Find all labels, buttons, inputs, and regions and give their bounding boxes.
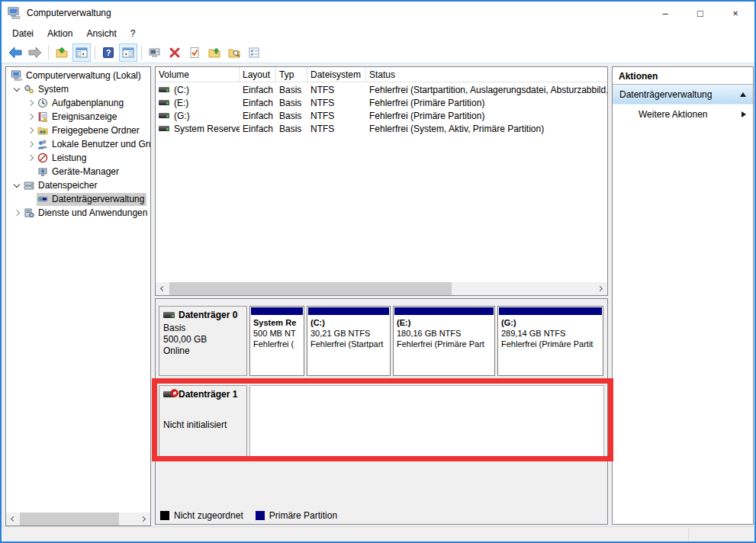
actions-group-label: Datenträgerverwaltung [619,89,712,100]
volume-dateisystem: NTFS [307,98,366,108]
chevron-right-icon[interactable] [11,207,23,219]
volume-typ: Basis [276,124,307,134]
tree-item-leistung[interactable]: Leistung [6,151,150,165]
chevron-down-icon[interactable] [11,83,23,95]
tree-item-geraete-manager[interactable]: Geräte-Manager [6,165,150,178]
submenu-arrow-icon[interactable] [742,111,746,117]
disk-name: Datenträger 1 [179,389,237,400]
tree-item-datentraegerverwaltung[interactable]: Datenträgerverwaltung [6,192,150,206]
column-header-dateisystem[interactable]: Dateisystem [307,67,366,82]
local-users-icon [37,139,48,149]
partition-e[interactable]: (E:) 180,16 GB NTFS Fehlerfrei (Primäre … [393,306,495,376]
volume-status: Fehlerfrei (System, Aktiv, Primäre Parti… [366,124,607,134]
title-bar: Computerverwaltung – □ × [2,2,754,24]
chevron-right-icon[interactable] [24,97,37,109]
minimize-button[interactable]: – [648,2,683,24]
chevron-right-icon[interactable] [24,138,37,150]
volume-icon [159,113,169,118]
chevron-right-icon[interactable] [24,111,37,123]
disk-icon [163,312,175,318]
volume-icon [159,100,169,105]
partition-g[interactable]: (G:) 289,14 GB NTFS Fehlerfrei (Primäre … [497,306,603,376]
checklist-icon[interactable] [245,43,263,62]
scrollbar-thumb[interactable] [20,512,119,525]
partition-status: Fehlerfrei (Primäre Part [397,339,491,349]
column-header-layout[interactable]: Layout [240,67,276,82]
column-header-typ[interactable]: Typ [276,67,307,82]
scroll-right-arrow-icon[interactable] [137,512,150,525]
menu-datei[interactable]: Datei [5,26,40,41]
console-window-icon[interactable] [146,43,164,62]
show-console-tree-icon[interactable] [72,43,91,62]
tree-item-aufgabenplanung[interactable]: Aufgabenplanung [6,96,150,110]
chevron-down-icon[interactable] [11,179,23,191]
column-header-volume[interactable]: Volume [156,67,240,82]
tree-item-label: Lokale Benutzer und Gru [52,139,150,149]
volume-status: Fehlerfrei (Startpartition, Auslagerungs… [366,85,607,95]
tree-horizontal-scrollbar[interactable] [6,512,150,525]
chevron-right-icon[interactable] [24,124,37,137]
volume-name: (C:) [174,85,189,95]
tree-item-datenspeicher[interactable]: Datenspeicher [6,178,150,192]
menu-ansicht[interactable]: Ansicht [79,26,123,41]
scroll-right-arrow-icon[interactable] [594,282,607,295]
volume-name: System Reserved [174,124,240,134]
volume-layout: Einfach [240,111,276,121]
actions-item-weitere-aktionen[interactable]: Weitere Aktionen [613,104,753,124]
search-folder-icon[interactable] [225,43,243,62]
primary-partition-swatch [256,511,265,520]
tree-item-label: Computerverwaltung (Lokal) [26,70,141,81]
tree-item-freigegebene-ordner[interactable]: Freigegebene Ordner [6,124,150,137]
volume-status: Fehlerfrei (Primäre Partition) [366,98,607,108]
tree-item-label: System [38,84,69,95]
forward-icon[interactable] [26,43,44,62]
menu-help[interactable]: ? [124,26,143,41]
delete-icon[interactable] [166,43,184,62]
help-icon[interactable]: ? [99,43,117,62]
volume-row-g[interactable]: (G:) Einfach Basis NTFS Fehlerfrei (Prim… [156,109,607,122]
tree-item-dienste-anwendungen[interactable]: Dienste und Anwendungen [6,206,150,220]
volume-typ: Basis [276,98,307,108]
menu-bar: Datei Aktion Ansicht ? [2,24,754,42]
actions-group-datentraegerverwaltung[interactable]: Datenträgerverwaltung [613,85,753,104]
tree-node: Ereignisanzeige [37,111,119,124]
column-header-status[interactable]: Status [366,67,607,82]
tree-item-system[interactable]: System [6,82,150,96]
volume-list-horizontal-scrollbar[interactable] [156,282,607,295]
volume-row-system-reserved[interactable]: System Reserved Einfach Basis NTFS Fehle… [156,122,607,135]
menu-aktion[interactable]: Aktion [40,26,79,41]
tree-item-lokale-benutzer[interactable]: Lokale Benutzer und Gru [6,137,150,151]
toolbar: ? [2,42,754,63]
scrollbar-thumb[interactable] [169,282,452,295]
error-badge-icon [170,389,179,397]
close-button[interactable]: × [718,2,753,24]
export-list-icon[interactable] [205,43,224,62]
disk-0-label-panel[interactable]: Datenträger 0 Basis 500,00 GB Online [159,306,247,376]
back-icon[interactable] [6,43,24,62]
chevron-right-icon[interactable] [24,152,37,164]
up-level-folder-icon[interactable] [53,43,71,62]
disk-0-partitions: System Re 500 MB NT Fehlerfrei ( (C:) 30… [249,306,603,376]
scroll-left-arrow-icon[interactable] [6,512,19,525]
tree-item-computerverwaltung[interactable]: Computerverwaltung (Lokal) [6,69,150,82]
show-action-pane-icon[interactable] [119,43,137,62]
maximize-button[interactable]: □ [683,2,718,24]
disk-name: Datenträger 0 [179,310,237,320]
scroll-left-arrow-icon[interactable] [156,282,169,295]
disk-1-row: Datenträger 1 Nicht initialisiert [159,385,604,459]
validate-icon[interactable] [185,43,204,62]
tree-item-ereignisanzeige[interactable]: Ereignisanzeige [6,110,150,124]
collapse-arrow-icon[interactable] [740,92,746,97]
computer-icon [11,70,22,81]
volume-layout: Einfach [240,98,276,108]
disk-1-label-panel[interactable]: Datenträger 1 Nicht initialisiert [159,385,247,459]
volume-row-e[interactable]: (E:) Einfach Basis NTFS Fehlerfrei (Prim… [156,96,607,109]
volume-row-c[interactable]: (C:) Einfach Basis NTFS Fehlerfrei (Star… [156,83,607,96]
partition-name: (E:) [397,317,491,328]
volume-name: (G:) [174,111,190,121]
disk-1-unallocated-area[interactable] [249,385,604,459]
task-scheduler-icon [37,98,48,108]
partition-system-reserved[interactable]: System Re 500 MB NT Fehlerfrei ( [249,306,304,376]
disk-state: Nicht initialisiert [163,419,243,430]
partition-c[interactable]: (C:) 30,21 GB NTFS Fehlerfrei (Startpart [307,306,391,376]
